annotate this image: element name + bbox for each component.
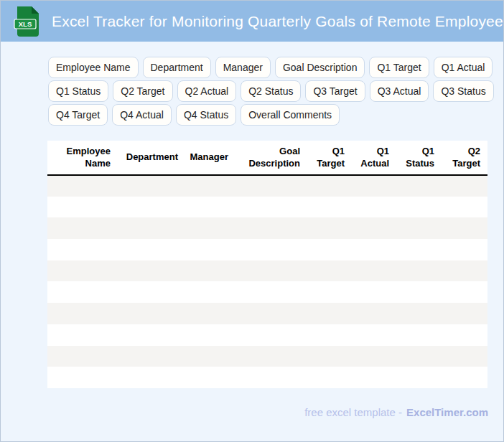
table-cell	[483, 175, 487, 197]
table-cell	[483, 217, 487, 239]
chip-overall-comments[interactable]: Overall Comments	[241, 104, 340, 126]
table-cell	[231, 303, 303, 324]
column-header-q1-target: Q1 Target	[303, 141, 347, 175]
table-cell	[47, 281, 113, 303]
chip-manager[interactable]: Manager	[215, 57, 271, 78]
table-cell	[113, 197, 181, 218]
table-row	[47, 217, 487, 239]
table-cell	[181, 324, 231, 346]
table-cell	[303, 346, 347, 367]
table-cell	[181, 367, 231, 388]
xls-badge-text: XLS	[19, 20, 32, 28]
table-cell	[483, 346, 487, 367]
table-cell	[303, 260, 347, 282]
chip-department[interactable]: Department	[143, 57, 211, 78]
table-cell	[347, 260, 392, 282]
table-cell	[483, 281, 487, 303]
table-row	[47, 175, 487, 197]
table-cell	[392, 175, 437, 197]
table-cell	[181, 239, 231, 260]
table-cell	[47, 346, 113, 367]
table-cell	[181, 175, 231, 197]
chip-q1-status[interactable]: Q1 Status	[48, 80, 108, 102]
table-row	[47, 197, 487, 218]
table-cell	[437, 324, 483, 346]
chip-q1-target[interactable]: Q1 Target	[369, 57, 429, 78]
table-cell	[303, 175, 347, 197]
table-cell	[47, 260, 113, 282]
table-cell	[437, 239, 483, 260]
chip-q1-actual[interactable]: Q1 Actual	[434, 57, 493, 78]
chip-q2-status[interactable]: Q2 Status	[241, 80, 301, 102]
footer-tagline: free excel template -	[304, 406, 402, 418]
chip-q4-status[interactable]: Q4 Status	[176, 104, 236, 126]
footer-brand-link[interactable]: ExcelTimer.com	[406, 406, 488, 418]
table-row	[47, 239, 487, 260]
table-cell	[231, 197, 303, 218]
table-cell	[303, 367, 347, 388]
chip-row-3: Q4 TargetQ4 ActualQ4 StatusOverall Comme…	[48, 104, 498, 126]
table-cell	[347, 346, 392, 367]
column-header-employee-name: Employee Name	[47, 141, 113, 175]
column-header-department: Department	[113, 141, 181, 175]
table-cell	[392, 346, 437, 367]
table-cell	[231, 346, 303, 367]
table-cell	[392, 239, 437, 260]
table-cell	[47, 239, 113, 260]
table-cell	[392, 324, 437, 346]
table-cell	[483, 367, 487, 388]
table-cell	[347, 239, 392, 260]
table-cell	[347, 324, 392, 346]
table-body	[47, 175, 487, 388]
table-cell	[483, 260, 487, 282]
xls-file-icon: XLS	[13, 5, 42, 38]
app-header: XLS Excel Tracker for Monitoring Quarter…	[1, 1, 503, 42]
table-cell	[181, 346, 231, 367]
table-cell	[181, 197, 231, 218]
chip-goal-description[interactable]: Goal Description	[275, 57, 365, 78]
chip-q4-target[interactable]: Q4 Target	[48, 104, 108, 126]
table-cell	[47, 217, 113, 239]
table-cell	[303, 303, 347, 324]
table-cell	[231, 175, 303, 197]
chip-row-2: Q1 StatusQ2 TargetQ2 ActualQ2 StatusQ3 T…	[48, 80, 498, 102]
column-header-q2-target: Q2 Target	[437, 141, 483, 175]
table-cell	[347, 217, 392, 239]
table-cell	[303, 281, 347, 303]
table-cell	[303, 197, 347, 218]
table-cell	[437, 217, 483, 239]
table-cell	[483, 324, 487, 346]
table-cell	[437, 367, 483, 388]
chip-q3-actual[interactable]: Q3 Actual	[370, 80, 429, 102]
table-cell	[483, 197, 487, 218]
table-cell	[437, 260, 483, 282]
chip-q2-actual[interactable]: Q2 Actual	[177, 80, 237, 102]
chip-q3-target[interactable]: Q3 Target	[305, 80, 365, 102]
table-cell	[47, 197, 113, 218]
chip-employee-name[interactable]: Employee Name	[48, 57, 139, 78]
goals-table: Employee NameDepartmentManagerGoal Descr…	[47, 141, 487, 388]
chip-row-1: Employee NameDepartmentManagerGoal Descr…	[48, 57, 498, 78]
page-title: Excel Tracker for Monitoring Quarterly G…	[52, 13, 504, 30]
table-cell	[303, 239, 347, 260]
table-cell	[347, 197, 392, 218]
table-cell	[483, 239, 487, 260]
table-cell	[392, 197, 437, 218]
table-cell	[347, 281, 392, 303]
chip-q4-actual[interactable]: Q4 Actual	[112, 104, 172, 126]
table-header-row: Employee NameDepartmentManagerGoal Descr…	[47, 141, 487, 175]
column-header-q2-actual: Q2 Actual	[483, 141, 487, 175]
chip-q3-status[interactable]: Q3 Status	[433, 80, 493, 102]
column-header-manager: Manager	[181, 141, 231, 175]
table-cell	[47, 175, 113, 197]
table-cell	[392, 303, 437, 324]
column-header-q1-actual: Q1 Actual	[347, 141, 392, 175]
table-row	[47, 281, 487, 303]
table-row	[47, 260, 487, 282]
chip-q2-target[interactable]: Q2 Target	[113, 80, 172, 102]
table-cell	[437, 175, 483, 197]
table-cell	[181, 260, 231, 282]
table-cell	[392, 281, 437, 303]
column-header-goal-description: Goal Description	[231, 141, 303, 175]
table-cell	[437, 346, 483, 367]
